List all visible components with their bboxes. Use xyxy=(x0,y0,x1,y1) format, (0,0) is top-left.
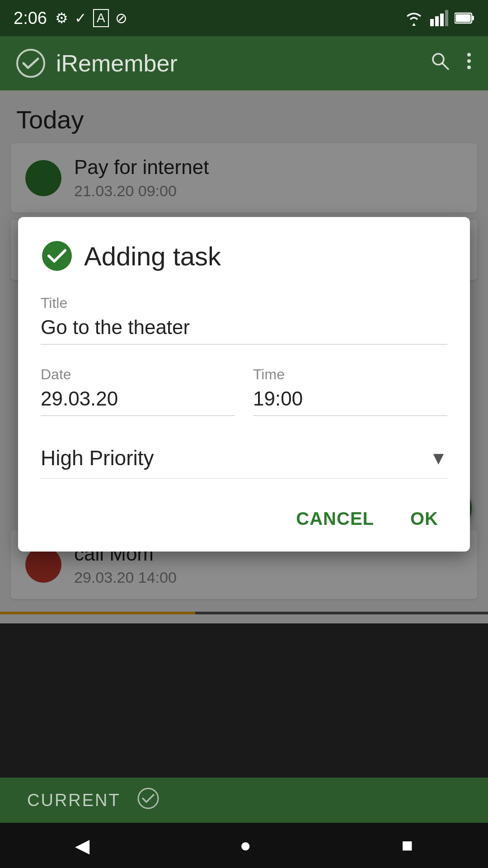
svg-point-13 xyxy=(42,241,72,271)
date-field-group: Date 29.03.20 xyxy=(41,366,235,416)
dialog-actions: CANCEL OK xyxy=(41,504,447,533)
status-left: 2:06 ⚙ ✓ A ⊘ xyxy=(14,9,127,28)
svg-point-14 xyxy=(138,788,158,808)
svg-rect-3 xyxy=(445,10,448,26)
bottom-bar: CURRENT xyxy=(0,778,488,823)
svg-point-12 xyxy=(467,66,471,69)
a-icon: A xyxy=(93,9,109,27)
status-right xyxy=(404,10,474,26)
svg-point-10 xyxy=(467,53,471,57)
priority-label: High Priority xyxy=(41,446,154,470)
svg-point-7 xyxy=(17,50,44,77)
svg-line-9 xyxy=(442,63,448,69)
dialog-title: Adding task xyxy=(84,241,221,271)
bottom-check-icon xyxy=(137,787,160,814)
settings-icon: ⚙ xyxy=(55,9,68,27)
priority-dropdown[interactable]: High Priority ▼ xyxy=(41,438,447,479)
svg-rect-0 xyxy=(430,19,434,26)
app-bar: iRemember xyxy=(0,36,488,90)
title-input[interactable]: Go to the theater xyxy=(41,316,447,344)
search-icon[interactable] xyxy=(430,51,450,75)
nav-bar: ◀ ● ■ xyxy=(0,823,488,868)
svg-rect-5 xyxy=(472,16,474,20)
dialog-logo-icon xyxy=(41,240,73,272)
title-field-group: Title Go to the theater xyxy=(41,295,447,344)
check-icon: ✓ xyxy=(75,9,87,27)
status-bar: 2:06 ⚙ ✓ A ⊘ xyxy=(0,0,488,36)
nav-back-button[interactable]: ◀ xyxy=(75,835,89,857)
bottom-bar-label: CURRENT xyxy=(27,791,121,810)
battery-icon xyxy=(455,11,474,25)
dialog-header: Adding task xyxy=(41,240,447,272)
app-bar-icons xyxy=(430,51,472,75)
svg-point-11 xyxy=(467,59,471,63)
time-label: Time xyxy=(253,366,447,383)
time-input[interactable]: 19:00 xyxy=(253,387,447,416)
signal-icon xyxy=(430,10,448,26)
app-title: iRemember xyxy=(56,50,430,77)
nav-home-button[interactable]: ● xyxy=(240,835,251,856)
svg-rect-2 xyxy=(440,14,444,26)
status-time: 2:06 xyxy=(14,9,47,28)
svg-rect-6 xyxy=(456,14,471,22)
cancel-button[interactable]: CANCEL xyxy=(287,504,383,533)
nav-recent-button[interactable]: ■ xyxy=(401,835,413,856)
main-content: Today Pay for internet 21.03.20 09:00 — … xyxy=(0,90,488,623)
wifi-icon xyxy=(404,10,424,26)
adding-task-dialog: Adding task Title Go to the theater Date… xyxy=(18,217,470,552)
time-field-group: Time 19:00 xyxy=(253,366,447,416)
date-label: Date xyxy=(41,366,235,383)
title-label: Title xyxy=(41,295,447,311)
status-icons: ⚙ ✓ A ⊘ xyxy=(55,9,127,27)
circle-icon: ⊘ xyxy=(115,9,127,27)
app-logo-icon xyxy=(16,49,45,78)
ok-button[interactable]: OK xyxy=(401,504,447,533)
more-menu-icon[interactable] xyxy=(466,51,472,75)
date-time-row: Date 29.03.20 Time 19:00 xyxy=(41,366,447,416)
date-input[interactable]: 29.03.20 xyxy=(41,387,235,416)
chevron-down-icon: ▼ xyxy=(429,448,447,468)
svg-rect-1 xyxy=(435,16,439,26)
